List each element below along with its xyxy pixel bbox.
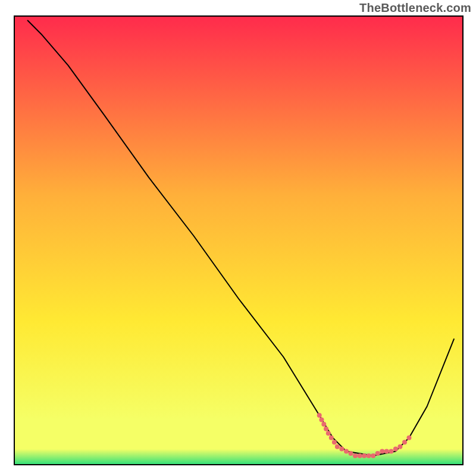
svg-point-12	[349, 451, 353, 456]
svg-point-4	[321, 422, 326, 427]
svg-point-13	[353, 453, 358, 458]
svg-point-9	[335, 444, 340, 449]
svg-point-11	[344, 449, 349, 453]
watermark-text: TheBottleneck.com	[359, 1, 471, 15]
svg-point-14	[358, 453, 362, 458]
svg-point-2	[317, 413, 322, 418]
svg-point-5	[324, 427, 328, 431]
svg-point-3	[320, 418, 324, 422]
svg-point-25	[407, 436, 412, 440]
svg-point-18	[375, 451, 380, 456]
svg-point-22	[393, 447, 398, 452]
bottleneck-chart	[0, 0, 476, 476]
svg-point-23	[397, 444, 402, 449]
svg-point-10	[339, 447, 344, 452]
svg-point-6	[326, 431, 331, 436]
svg-point-21	[389, 449, 393, 453]
svg-point-20	[384, 449, 389, 453]
svg-point-16	[367, 453, 371, 458]
svg-point-17	[371, 453, 375, 458]
svg-point-7	[329, 436, 334, 440]
svg-point-15	[362, 453, 367, 458]
svg-point-24	[402, 440, 407, 444]
svg-point-19	[380, 449, 384, 453]
chart-container: TheBottleneck.com	[0, 0, 476, 476]
svg-point-8	[332, 440, 337, 444]
